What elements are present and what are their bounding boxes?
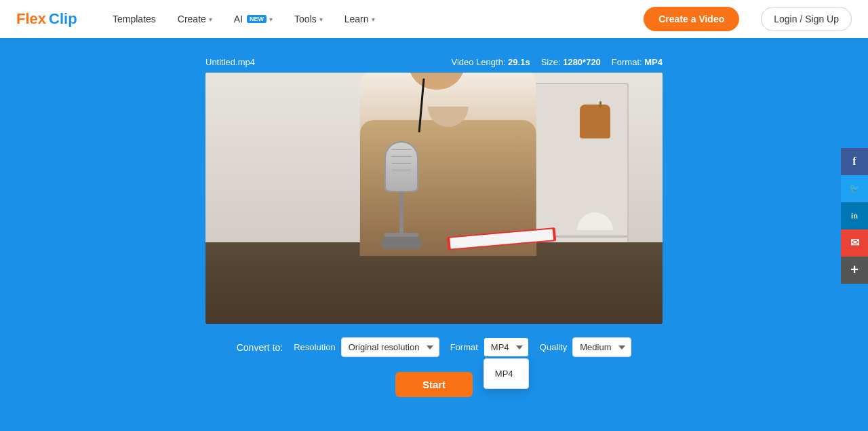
create-video-button[interactable]: Create a Video bbox=[644, 7, 739, 31]
video-thumbnail bbox=[205, 73, 663, 324]
facebook-icon: f bbox=[852, 155, 856, 168]
nav-create[interactable]: Create ▾ bbox=[178, 11, 212, 27]
video-size: Size: 1280*720 bbox=[541, 57, 601, 67]
create-chevron-icon: ▾ bbox=[209, 16, 212, 23]
login-button[interactable]: Login / Sign Up bbox=[761, 7, 852, 31]
navbar: FlexClip Templates Create ▾ AI NEW ▾ Too… bbox=[0, 0, 868, 38]
start-button[interactable]: Start bbox=[395, 372, 473, 397]
nav-templates[interactable]: Templates bbox=[113, 11, 156, 27]
quality-select-wrapper: Medium bbox=[572, 337, 631, 357]
facebook-share-button[interactable]: f bbox=[841, 148, 868, 175]
format-select[interactable]: MP4 bbox=[484, 337, 529, 357]
nav-learn[interactable]: Learn ▾ bbox=[344, 11, 375, 27]
quality-group: Quality Medium bbox=[540, 337, 631, 357]
twitter-share-button[interactable]: 🐦 bbox=[841, 175, 868, 202]
linkedin-share-button[interactable]: in bbox=[841, 202, 868, 229]
email-icon: ✉ bbox=[850, 236, 859, 249]
video-meta: Video Length: 29.1s Size: 1280*720 Forma… bbox=[451, 57, 663, 67]
convert-to-label: Convert to: bbox=[237, 342, 283, 353]
logo[interactable]: FlexClip bbox=[16, 10, 91, 28]
email-share-button[interactable]: ✉ bbox=[841, 229, 868, 257]
main-content: Untitled.mp4 Video Length: 29.1s Size: 1… bbox=[0, 38, 868, 431]
video-format: Format: MP4 bbox=[612, 57, 663, 67]
twitter-icon: 🐦 bbox=[849, 183, 860, 193]
quality-label: Quality bbox=[540, 342, 567, 352]
resolution-select[interactable]: Original resolution bbox=[341, 337, 439, 357]
plus-icon: + bbox=[850, 262, 859, 278]
video-length: Video Length: 29.1s bbox=[451, 57, 530, 67]
tools-chevron-icon: ▾ bbox=[319, 16, 323, 23]
resolution-select-wrapper: Original resolution bbox=[341, 337, 439, 357]
format-label: Format bbox=[450, 342, 478, 352]
more-share-button[interactable]: + bbox=[841, 257, 868, 284]
format-option-mp4[interactable]: MP4 bbox=[484, 362, 528, 386]
quality-select[interactable]: Medium bbox=[572, 337, 631, 357]
bottom-row: Start bbox=[395, 367, 473, 397]
resolution-label: Resolution bbox=[294, 342, 335, 352]
social-sidebar: f 🐦 in ✉ + bbox=[841, 148, 868, 284]
video-info-bar: Untitled.mp4 Video Length: 29.1s Size: 1… bbox=[205, 57, 663, 67]
format-group: Format MP4 MP4 bbox=[450, 337, 529, 357]
ai-chevron-icon: ▾ bbox=[269, 16, 273, 23]
format-dropdown: MP4 bbox=[484, 358, 529, 389]
nav-tools[interactable]: Tools ▾ bbox=[294, 11, 323, 27]
video-filename: Untitled.mp4 bbox=[205, 57, 255, 67]
ai-new-badge: NEW bbox=[247, 15, 267, 23]
linkedin-icon: in bbox=[851, 212, 858, 220]
convert-controls: Convert to: Resolution Original resoluti… bbox=[237, 337, 632, 357]
resolution-group: Resolution Original resolution bbox=[294, 337, 439, 357]
nav-ai[interactable]: AI NEW ▾ bbox=[234, 11, 273, 27]
format-select-wrapper: MP4 MP4 bbox=[484, 337, 529, 357]
learn-chevron-icon: ▾ bbox=[372, 16, 375, 23]
